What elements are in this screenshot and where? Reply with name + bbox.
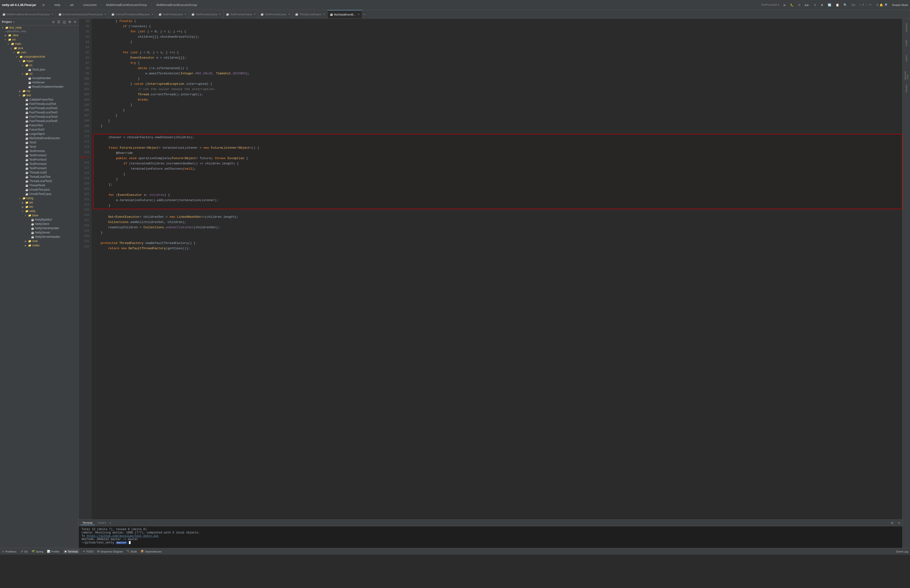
sidebar-item-tuling[interactable]: ▾ 📁 tuling <box>0 196 78 200</box>
sidebar-item-e1[interactable]: ▾ 📁 e1 <box>0 63 78 68</box>
tab-testpromise5[interactable]: ☕ TestPromise5.java ✕ <box>258 10 293 19</box>
sidebar-item-fastthreadlocaltest3[interactable]: ▶ ☕ FastThreadLocalTest3 <box>0 110 78 115</box>
sidebar-close-icon[interactable]: ✕ <box>74 20 76 24</box>
status-item-problems[interactable]: ⚠ Problems <box>2 550 16 553</box>
sidebar-item-base[interactable]: ▾ 📁 base <box>0 213 78 218</box>
tab-myglobaleventexecutor[interactable]: ☕ MyGlobalEventE... ✕ <box>328 10 362 19</box>
tab-testpromise3[interactable]: ☕ TestPromise3.java ✕ <box>189 10 223 19</box>
tab-bar: ☕ MultithreadEventExecutorGroup.java ✕ ☕… <box>0 10 910 19</box>
status-item-sequence-diagram[interactable]: ⊞ Sequence Diagram <box>97 550 123 553</box>
right-tool-database[interactable]: Database <box>903 21 910 35</box>
sidebar-item-bio[interactable]: ▶ 📁 bio <box>0 205 78 209</box>
sidebar-item-java[interactable]: ▾ 📁 java <box>0 46 78 50</box>
terminal-tab-terminal[interactable]: Terminal <box>81 521 94 525</box>
sidebar-item-testpromise3[interactable]: ▶ ☕ TestPromise3 <box>0 157 78 162</box>
sidebar-item-e2[interactable]: ▾ 📁 e2 <box>0 72 78 76</box>
sidebar-item-accepthandler[interactable]: ▶ ☕ AcceptHandler <box>0 76 78 80</box>
sidebar-item-fastthreadlocaltest5[interactable]: ▶ ☕ FastThreadLocalTest5 <box>0 119 78 123</box>
status-event-log[interactable]: Event Log <box>896 550 908 553</box>
sidebar-item-threadlocal5[interactable]: ▶ ☕ ThreadLocal5 <box>0 170 78 174</box>
sidebar-item-test3[interactable]: ▶ ☕ Test3 <box>0 141 78 145</box>
status-item-git[interactable]: ⎇ Git <box>20 550 27 553</box>
sidebar-item-fastthreadlocaltest4[interactable]: ▶ ☕ FastThreadLocalTest4 <box>0 115 78 119</box>
sidebar-item-nettyclient[interactable]: ▶ ☕ NettyClient <box>0 222 78 226</box>
status-item-spring[interactable]: 🌱 Spring <box>31 550 44 553</box>
terminal-local-dropdown[interactable]: Local ▾ <box>98 521 106 524</box>
sidebar-item-fujian[interactable]: ▾ 📁 fujian <box>0 59 78 63</box>
sidebar-settings-icon[interactable]: ☰ <box>57 20 60 24</box>
tab-testpromise[interactable]: ☕ TestPromise.java ✕ <box>156 10 189 19</box>
sidebar-item-myglobaleventexecutor[interactable]: ▶ ☕ MyGlobalEventExecutor <box>0 136 78 141</box>
sidebar-gear-icon[interactable]: ⚙ <box>68 20 71 24</box>
terminal-hide-icon[interactable]: ✕ <box>898 521 900 525</box>
sidebar-item-idea[interactable]: ▶ 📁 .idea <box>0 33 78 37</box>
tab-internalthreadlocalmap[interactable]: ☕ InternalThreadLocalMap.java ✕ <box>109 10 156 19</box>
terminal-line-1: Total 13 (delta 7), reused 0 (delta 0) <box>81 528 900 531</box>
sidebar-item-chat[interactable]: ▶ 📁 chat <box>0 239 78 243</box>
right-tool-bigdatatools[interactable]: Big Data Tools <box>903 66 910 81</box>
sidebar-item-src[interactable]: ▾ 📁 src <box>0 37 78 42</box>
sidebar-item-threadlocaltest2[interactable]: ▶ ☕ ThreadLocalTest2 <box>0 179 78 183</box>
sidebar-item-my[interactable]: ▶ 📁 my <box>0 89 78 93</box>
sidebar-item-label-com: com <box>21 51 26 54</box>
sidebar-item-testpromise[interactable]: ▶ ☕ TestPromise <box>0 149 78 153</box>
sidebar-item-nettyserverhandler[interactable]: ▶ ☕ NettyServerHandler <box>0 235 78 239</box>
menu-netty[interactable]: netty <box>53 2 62 8</box>
tab-testpromise4[interactable]: ☕ TestPromise4.java ✕ <box>223 10 258 19</box>
status-item-profiler[interactable]: 📊 Profiler <box>47 550 60 553</box>
sidebar-item-nettyserver[interactable]: ▶ ☕ NettyServer <box>0 230 78 235</box>
right-tool-git4idea[interactable]: Git4Idea <box>903 81 910 96</box>
sidebar-sync-icon[interactable]: ⊙ <box>52 20 55 24</box>
sidebar-item-label-fastthreadlocaltest4: FastThreadLocalTest4 <box>29 115 58 118</box>
terminal-prompt-path: ~/github/test_netty <box>81 541 116 544</box>
terminal-settings-icon[interactable]: ⚙ <box>891 521 894 525</box>
sidebar-item-largeobject[interactable]: ▶ ☕ LargeObject <box>0 132 78 136</box>
terminal-add-icon[interactable]: + <box>109 521 111 525</box>
sidebar-item-fastthreadlocaltest[interactable]: ▶ ☕ FastThreadLocalTest <box>0 102 78 106</box>
sidebar-item-callablefuturetest[interactable]: ▶ ☕ CallableFutureTest <box>0 97 78 102</box>
sidebar-item-com[interactable]: ▾ 📁 com <box>0 50 78 55</box>
sidebar-item-threadtest4[interactable]: ▶ ☕ ThreadTest4 <box>0 183 78 187</box>
sidebar-item-testpromise4[interactable]: ▶ ☕ TestPromise4 <box>0 162 78 166</box>
sidebar-collapse-icon[interactable]: ◫ <box>63 20 66 24</box>
sidebar-item-unsafetest2[interactable]: ▶ ☕ UnsafeTest2.java <box>0 192 78 196</box>
sidebar-item-fastthreadlocaltest2[interactable]: ▶ ☕ FastThreadLocalTest2 <box>0 106 78 110</box>
right-tool-gradle[interactable]: Gradle <box>903 36 910 50</box>
menu-io[interactable]: io <box>41 2 46 8</box>
sidebar-item-codec[interactable]: ▶ 📁 codec <box>0 243 78 247</box>
sidebar-item-futuretest[interactable]: ▶ ☕ FutureTest <box>0 123 78 128</box>
menu-group2[interactable]: MultithreadEventExecutorGroup <box>155 2 199 8</box>
sidebar-item-aioserver[interactable]: ▶ ☕ AioServer <box>0 80 78 85</box>
sidebar-item-crazymakercircle[interactable]: ▾ 📁 crazymakercircle <box>0 55 78 59</box>
sidebar-item-futuretest2[interactable]: ▶ ☕ FutureTest2 <box>0 128 78 132</box>
sidebar-item-test4[interactable]: ▶ ☕ Test4 <box>0 145 78 149</box>
sidebar-item-netty[interactable]: ▾ 📁 netty <box>0 209 78 213</box>
menu-concurrent[interactable]: concurrent <box>81 2 98 8</box>
sidebar-item-root[interactable]: ▾ 📁 test_netty <box>0 26 78 30</box>
status-item-terminal[interactable]: ▶ Terminal <box>63 549 79 554</box>
status-item-todo[interactable]: ✔ TODO <box>83 550 94 553</box>
menu-group1[interactable]: MultithreadEventExecutorGroup <box>105 2 148 8</box>
status-item-dependencies[interactable]: 📦 Dependencies <box>141 550 162 553</box>
sidebar-item-aio[interactable]: ▶ 📁 aio <box>0 200 78 205</box>
sidebar-item-label-unsafetest2: UnsafeTest2.java <box>29 192 51 195</box>
tab-multithreadeventexecutorgroup[interactable]: ☕ MultithreadEventExecutorGroup.java ✕ <box>0 10 56 19</box>
menu-util[interactable]: util <box>68 2 75 8</box>
code-view[interactable]: 89 90 91 92 93 94 95 96 97 98 99 100 101… <box>79 19 902 519</box>
right-tool-maven[interactable]: Maven <box>903 51 910 65</box>
sidebar-item-testpromise5[interactable]: ▶ ☕ TestPromise5 <box>0 166 78 170</box>
tab-eventlooptaskqueuefactory[interactable]: ☕ EventLoopTaskQueueFactory.java ✕ <box>56 10 109 19</box>
status-item-build[interactable]: 🔨 Build <box>127 550 137 553</box>
terminal-link[interactable]: https://github.com/quyixiao/test_netty.g… <box>87 535 159 538</box>
sidebar-item-threadlocaltest[interactable]: ▶ ☕ ThreadLocalTest <box>0 174 78 179</box>
sidebar-item-label-fastthreadlocaltest5: FastThreadLocalTest5 <box>29 120 58 123</box>
sidebar-item-test1java[interactable]: ▶ ☕ Test1.java <box>0 68 78 72</box>
sidebar-item-nettybytebuf[interactable]: ▶ ☕ NettyByteBuf <box>0 218 78 222</box>
sidebar-item-test[interactable]: ▾ 📁 test <box>0 93 78 97</box>
tab-threadlocal5[interactable]: ☕ ThreadLocal5.java ✕ <box>293 10 328 19</box>
sidebar-item-main[interactable]: ▾ 📁 main <box>0 42 78 46</box>
sidebar-item-readcompletionhandler[interactable]: ▶ ☕ ReadCompletionHandler <box>0 85 78 89</box>
sidebar-item-nettyclienthandler[interactable]: ▶ ☕ NettyClientHandler <box>0 226 78 230</box>
sidebar-item-testpromise2[interactable]: ▶ ☕ TestPromise2 <box>0 153 78 157</box>
sidebar-item-unsafetest[interactable]: ▶ ☕ UnsafeTest.java <box>0 187 78 192</box>
